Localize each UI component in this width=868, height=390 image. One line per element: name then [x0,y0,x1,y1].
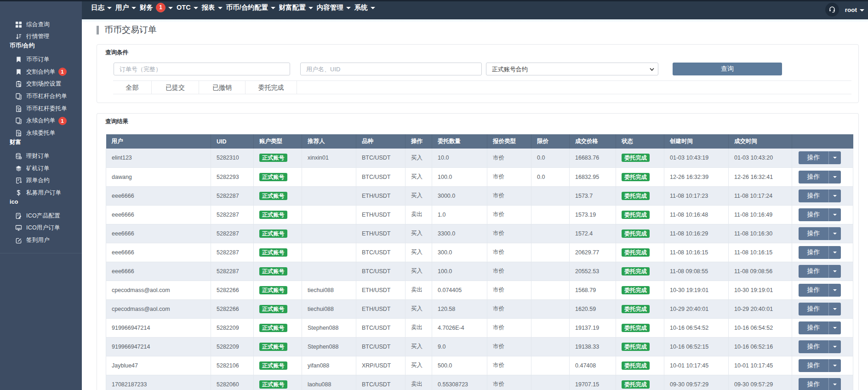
column-header-2: 账户类型 [254,134,302,149]
user-uid-input[interactable] [300,63,482,75]
status-badge: 委托完成 [622,211,650,219]
cell-limit [531,281,570,299]
row-action-dropdown-toggle[interactable] [829,284,841,297]
status-tab-1[interactable]: 已提交 [152,81,199,94]
cell-filled: 01-03 10:43:20 [729,149,792,167]
row-action-button[interactable]: 操作 [799,189,829,202]
cell-created: 11-08 10:16:48 [664,205,729,224]
sidebar-item-0[interactable]: 综合查询 [0,18,82,31]
status-badge: 委托完成 [622,229,650,238]
sidebar-item-17[interactable]: ICO用户订单 [0,222,82,234]
row-action-button[interactable]: 操作 [799,378,829,390]
row-action-button[interactable]: 操作 [799,340,829,353]
table-row: 9199669472145282209正式账号Stephen088BTC/USD… [106,318,853,337]
sidebar-item-label: 签到用户 [26,236,50,244]
query-results-label: 查询结果 [105,118,128,126]
navbar-item-5[interactable]: 币币/合约配置 [224,0,277,15]
navbar-item-6[interactable]: 财富配置 [277,0,315,15]
cell-symbol: ETH/USDT [356,186,405,205]
row-action-button[interactable]: 操作 [799,171,829,184]
sidebar-item-label: 交割场控设置 [26,80,61,88]
status-tab-3[interactable]: 委托完成 [246,81,297,94]
sidebar-item-13[interactable]: 跟单合约 [0,174,82,187]
cell-referrer [302,205,356,224]
row-action-dropdown-toggle[interactable] [829,265,841,278]
cell-filled: 11-08 10:16:30 [729,224,792,243]
sidebar-item-badge: 1 [58,68,67,76]
row-action-button[interactable]: 操作 [799,303,829,315]
cell-user: 17082187233 [106,375,211,390]
navbar-item-0[interactable]: 日志 [89,0,114,15]
row-action-button[interactable]: 操作 [799,265,829,278]
cell-uid: 5282287 [211,205,254,224]
sidebar-item-18[interactable]: 签到用户 [0,234,82,247]
sidebar-item-4[interactable]: 交割合约单1 [0,66,82,78]
row-action-dropdown-toggle[interactable] [829,151,841,164]
order-no-input[interactable] [114,63,290,75]
navbar-item-1[interactable]: 用户 [114,0,138,15]
bookmark-icon [15,56,22,63]
chevron-down-icon [833,233,837,235]
sidebar-item-8[interactable]: 永续合约单1 [0,115,82,127]
status-tabs-filler [297,81,851,94]
cell-amount: 10.0 [432,149,487,167]
row-action-dropdown-toggle[interactable] [829,359,841,372]
cell-price-type: 市价 [487,224,531,243]
cell-created: 09-30 09:57:29 [664,375,729,390]
navbar-item-7[interactable]: 内容管理 [315,0,353,15]
user-menu[interactable]: root [845,6,864,13]
sidebar-item-5[interactable]: 交割场控设置 [0,78,82,91]
row-action-button[interactable]: 操作 [799,227,829,240]
row-action-dropdown-toggle[interactable] [829,208,841,221]
cell-price: 19707.15 [570,375,616,390]
cell-limit [531,262,570,281]
sidebar-item-12[interactable]: 矿机订单 [0,162,82,175]
row-action-dropdown-toggle[interactable] [829,171,841,184]
sidebar-item-7[interactable]: 币币杠杆委托单 [0,103,82,115]
row-action-split-button: 操作 [799,171,841,184]
sidebar-item-3[interactable]: 币币订单 [0,53,82,66]
sidebar-item-label: 永续合约单 [26,117,56,125]
cell-actions: 操作 [792,149,853,167]
cell-actions: 操作 [792,224,853,243]
row-action-split-button: 操作 [799,246,841,259]
row-action-button[interactable]: 操作 [799,284,829,297]
cell-actions: 操作 [792,186,853,205]
row-action-button[interactable]: 操作 [799,321,829,334]
row-action-button[interactable]: 操作 [799,246,829,259]
cell-symbol: ETH/USDT [356,281,405,299]
navbar-item-2[interactable]: 财务1 [138,0,175,15]
row-action-dropdown-toggle[interactable] [829,189,841,202]
sidebar-item-11[interactable]: 理财订单 [0,150,82,162]
navbar-item-8[interactable]: 系统 [353,0,377,15]
file-pen-icon [15,212,22,219]
sidebar-menu: 综合查询行情管理币币/合约币币订单交割合约单1交割场控设置币币杠杆合约单币币杠杆… [0,0,82,253]
cell-symbol: BTC/USDT [356,318,405,337]
status-tab-0[interactable]: 全部 [113,81,152,94]
row-action-dropdown-toggle[interactable] [829,303,841,315]
row-action-button[interactable]: 操作 [799,359,829,372]
cell-price-type: 市价 [487,318,531,337]
row-action-dropdown-toggle[interactable] [829,227,841,240]
cell-price-type: 市价 [487,186,531,205]
sidebar-item-16[interactable]: ICO产品配置 [0,210,82,222]
cell-user: eee6666 [106,186,211,205]
cell-limit [531,299,570,318]
sidebar-item-6[interactable]: 币币杠杆合约单 [0,90,82,103]
cell-price-type: 市价 [487,337,531,356]
row-action-dropdown-toggle[interactable] [829,378,841,390]
row-action-dropdown-toggle[interactable] [829,246,841,259]
row-action-button[interactable]: 操作 [799,208,829,221]
row-action-dropdown-toggle[interactable] [829,340,841,353]
column-header-7: 报价类型 [487,134,531,149]
table-row: elint1235282310正式账号xinxin01BTC/USDT买入10.… [106,149,853,167]
row-action-split-button: 操作 [799,284,841,297]
navbar-item-3[interactable]: OTC [175,0,200,15]
account-type-select[interactable]: 正式账号合约 [486,63,658,75]
row-action-button[interactable]: 操作 [799,151,829,164]
support-button[interactable] [825,3,839,17]
status-tab-2[interactable]: 已撤销 [199,81,246,94]
search-button[interactable]: 查询 [673,63,782,75]
navbar-item-4[interactable]: 报表 [200,0,224,15]
row-action-dropdown-toggle[interactable] [829,321,841,334]
